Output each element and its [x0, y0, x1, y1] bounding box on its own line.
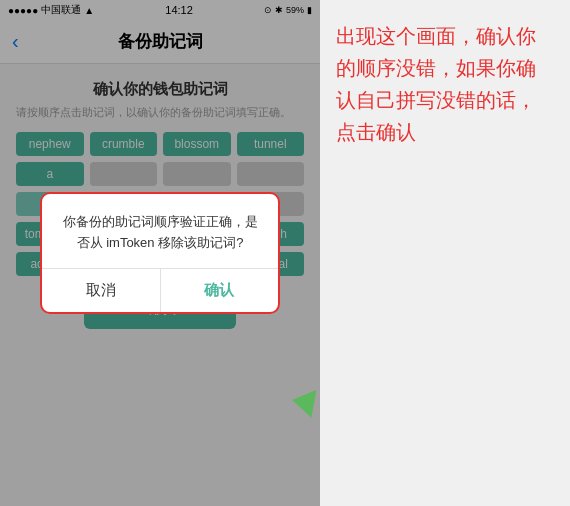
dialog-actions: 取消 确认	[42, 268, 278, 312]
dialog-ok-button[interactable]: 确认	[161, 269, 279, 312]
dialog-message: 你备份的助记词顺序验证正确，是否从 imToken 移除该助记词?	[58, 212, 262, 254]
annotation-text: 出现这个画面，确认你的顺序没错，如果你确认自己拼写没错的话，点击确认	[336, 20, 554, 148]
dialog-cancel-button[interactable]: 取消	[42, 269, 161, 312]
dialog: 你备份的助记词顺序验证正确，是否从 imToken 移除该助记词? 取消 确认	[40, 192, 280, 314]
green-arrow-icon	[290, 386, 317, 417]
dialog-overlay: 你备份的助记词顺序验证正确，是否从 imToken 移除该助记词? 取消 确认	[0, 0, 320, 506]
phone-container: ●●●●● 中国联通 ▲ 14:12 ⊙ ✱ 59% ▮ ‹ 备份助记词 确认你…	[0, 0, 320, 506]
dialog-body: 你备份的助记词顺序验证正确，是否从 imToken 移除该助记词?	[42, 194, 278, 268]
arrow-annotation	[292, 388, 314, 416]
annotation-panel: 出现这个画面，确认你的顺序没错，如果你确认自己拼写没错的话，点击确认	[320, 0, 570, 506]
